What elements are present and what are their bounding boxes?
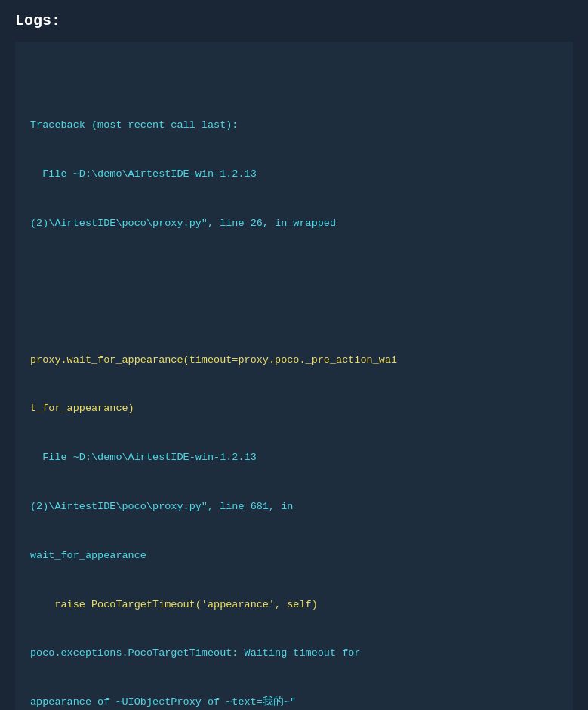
log-line: File ~D:\demo\AirtestIDE-win-1.2.13 <box>30 166 558 183</box>
log-line: (2)\AirtestIDE\poco\proxy.py", line 26, … <box>30 215 558 232</box>
traceback-block-1: Traceback (most recent call last): File … <box>30 85 558 264</box>
log-line: proxy.wait_for_appearance(timeout=proxy.… <box>30 352 558 369</box>
logs-title: Logs: <box>15 12 573 29</box>
log-content-area[interactable]: Traceback (most recent call last): File … <box>15 42 573 710</box>
log-line: wait_for_appearance <box>30 548 558 564</box>
log-line: File ~D:\demo\AirtestIDE-win-1.2.13 <box>30 449 558 466</box>
log-line: poco.exceptions.PocoTargetTimeout: Waiti… <box>30 645 558 662</box>
log-line: (2)\AirtestIDE\poco\proxy.py", line 681,… <box>30 499 558 515</box>
main-container: Logs: Traceback (most recent call last):… <box>0 0 588 710</box>
log-line: appearance of ~UIObjectProxy of ~text=我的… <box>30 694 558 710</box>
log-line: t_for_appearance) <box>30 400 558 417</box>
log-line: Traceback (most recent call last): <box>30 117 558 134</box>
log-line: raise PocoTargetTimeout('appearance', se… <box>30 597 558 613</box>
exception-block-1: proxy.wait_for_appearance(timeout=proxy.… <box>30 320 558 711</box>
